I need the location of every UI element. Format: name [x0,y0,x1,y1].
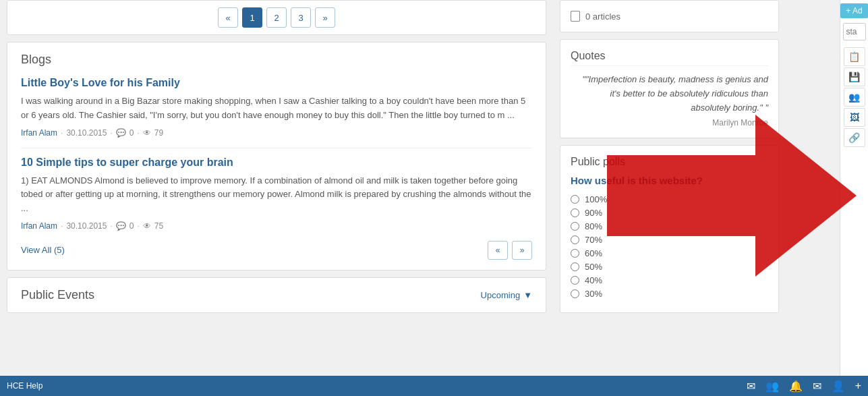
blog-post-2-title[interactable]: 10 Simple tips to super charge your brai… [21,157,532,169]
last-page-button[interactable]: » [315,7,335,28]
blog-post-2-meta: Irfan Alam · 30.10.2015 · 💬 0 · 👁 75 [21,221,532,231]
events-title: Public Events [21,288,94,302]
quotes-box: Quotes ""Imperfection is beauty, madness… [560,39,779,138]
blog-post-1: Little Boy's Love for his Family I was w… [21,77,532,138]
poll-option-90: 90% [571,208,768,218]
action-icon-save[interactable]: 💾 [844,67,865,86]
poll-question: How useful is this website? [571,175,768,186]
poll-radio-40[interactable] [571,276,579,285]
right-action-bar: + Ad 📋 💾 👥 🖼 🔗 [840,0,868,396]
poll-option-30: 30% [571,289,768,299]
bottom-email-icon[interactable]: ✉ [747,380,755,393]
chevron-down-icon: ▼ [523,290,532,300]
blogs-footer: View All (5) « » [21,241,532,260]
action-icon-link[interactable]: 🔗 [844,128,865,147]
polls-title: Public polls [571,156,768,168]
poll-option-60: 60% [571,248,768,258]
blogs-section: Blogs Little Boy's Love for his Family I… [7,42,546,271]
comment-icon-2: 💬 [116,221,126,231]
comment-icon: 💬 [116,128,126,138]
bottom-bar: HCE Help ✉ 👥 🔔 ✉ 👤 + [0,376,868,396]
views-icon-2: 👁 [143,221,151,231]
articles-count: 0 articles [585,11,620,22]
pagination-bar: « 1 2 3 » [7,0,546,35]
blog-post-2-views: 75 [154,221,163,231]
blog-post-1-link[interactable]: Little Boy's Love for his Family [21,77,180,88]
polls-box: Public polls How useful is this website?… [560,145,779,313]
poll-options: 100% 90% 80% 70% 60% [571,194,768,299]
quotes-title: Quotes [571,50,768,66]
blogs-title: Blogs [21,53,532,67]
blog-post-2: 10 Simple tips to super charge your brai… [21,157,532,231]
quote-author: Marilyn Monroe [571,118,768,128]
poll-radio-100[interactable] [571,195,579,204]
blog-post-1-meta: Irfan Alam · 30.10.2015 · 💬 0 · 👁 79 [21,128,532,138]
main-column: « 1 2 3 » Blogs Little Boy's Love for hi… [0,0,553,396]
poll-radio-30[interactable] [571,289,579,298]
page-1-button[interactable]: 1 [242,7,262,28]
page-3-button[interactable]: 3 [291,7,311,28]
poll-option-40: 40% [571,275,768,285]
poll-option-70: 70% [571,235,768,245]
blog-nav-buttons: « » [488,241,532,260]
first-page-button[interactable]: « [218,7,238,28]
blog-post-2-date: 30.10.2015 [66,221,107,231]
bottom-users-icon[interactable]: 👥 [765,380,779,393]
help-label[interactable]: HCE Help [7,381,42,391]
action-icon-notes[interactable]: 📋 [844,47,865,66]
poll-radio-90[interactable] [571,208,579,217]
sidebar-column: 0 articles Quotes ""Imperfection is beau… [553,0,786,396]
action-icon-users[interactable]: 👥 [844,88,865,107]
blog-post-2-excerpt: 1) EAT ALMONDS Almond is believed to imp… [21,174,532,216]
bottom-add-icon[interactable]: + [855,380,861,393]
page-2-button[interactable]: 2 [266,7,287,28]
poll-radio-50[interactable] [571,262,579,271]
search-input[interactable] [843,23,866,40]
action-icon-image[interactable]: 🖼 [844,108,865,127]
view-all-link[interactable]: View All (5) [21,245,65,255]
bottom-user-icon[interactable]: 👤 [832,380,845,393]
add-button[interactable]: + Ad [840,3,867,18]
articles-count-area: 0 articles [571,11,768,22]
blog-next-button[interactable]: » [512,241,532,260]
blog-post-2-link[interactable]: 10 Simple tips to super charge your brai… [21,157,233,168]
poll-option-80: 80% [571,221,768,231]
blog-post-1-author[interactable]: Irfan Alam [21,128,57,138]
blog-post-1-date: 30.10.2015 [66,128,107,138]
poll-radio-80[interactable] [571,222,579,231]
document-icon [571,11,580,22]
blog-post-1-title[interactable]: Little Boy's Love for his Family [21,77,532,89]
views-icon: 👁 [143,128,151,138]
bottom-message-icon[interactable]: ✉ [813,380,821,393]
bottom-bar-icons: ✉ 👥 🔔 ✉ 👤 + [747,380,861,393]
blog-post-1-excerpt: I was walking around in a Big Bazar stor… [21,94,532,123]
blog-post-1-comments: 0 [129,128,134,138]
articles-box: 0 articles [560,0,779,32]
quote-text: ""Imperfection is beauty, madness is gen… [571,73,768,115]
page-wrapper: « 1 2 3 » Blogs Little Boy's Love for hi… [0,0,868,396]
blog-divider [21,148,532,148]
poll-radio-70[interactable] [571,235,579,244]
blog-post-2-comments: 0 [129,221,134,231]
blog-post-1-views: 79 [154,128,163,138]
blog-prev-button[interactable]: « [488,241,508,260]
blog-post-2-author[interactable]: Irfan Alam [21,221,57,231]
events-filter[interactable]: Upcoming ▼ [481,290,532,300]
events-section: Public Events Upcoming ▼ [7,277,546,313]
bottom-bell-icon[interactable]: 🔔 [789,380,803,393]
poll-radio-60[interactable] [571,249,579,258]
upcoming-label: Upcoming [481,290,521,300]
poll-option-100: 100% [571,194,768,204]
poll-option-50: 50% [571,262,768,272]
